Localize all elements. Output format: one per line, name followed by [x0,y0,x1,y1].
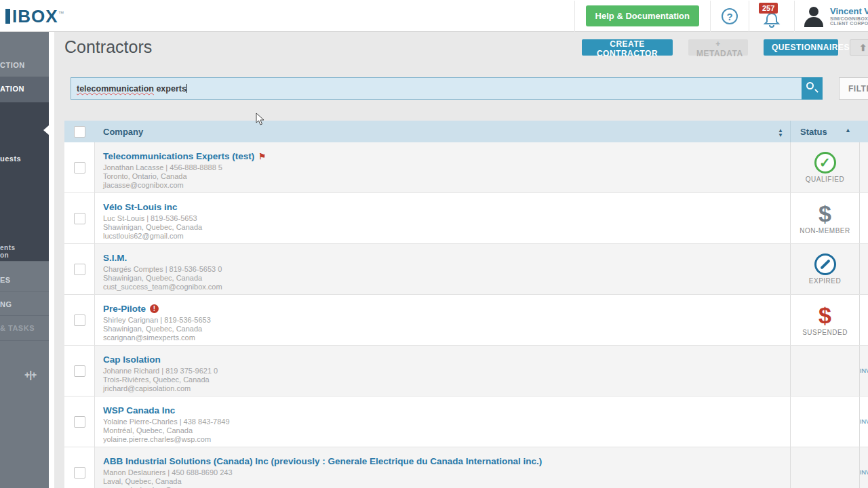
main-content: Contractors CREATE CONTRACTOR + METADATA… [54,32,868,488]
status-cell: $ SUSPENDED [790,295,859,345]
bell-icon [763,12,781,28]
table-header-row: Company ▲▼ Status ▲ [64,121,868,142]
sort-asc-icon: ▲ [845,127,851,134]
create-contractor-button[interactable]: CREATE CONTRACTOR [582,39,673,56]
location-line: Trois-Rivières, Quebec, Canada [95,375,790,384]
header-divider [710,1,711,32]
table-row[interactable]: Vélo St-Louis inc Luc St-Louis | 819-536… [64,193,868,244]
sidebar-item-selection[interactable]: CTION [0,61,49,69]
row-checkbox[interactable] [74,213,85,224]
contact-line: Chargés Comptes | 819-536-5653 0 [95,265,790,274]
select-all-checkbox[interactable] [74,126,85,138]
sidebar-item-requests[interactable]: uests [0,155,49,163]
notifications-button[interactable]: 257 [760,3,783,30]
status-label: SUSPENDED [802,329,848,336]
contact-line: Manon Deslauriers | 450 688-8690 243 [95,468,790,477]
status-column-header[interactable]: Status ▲ [790,121,859,142]
user-org-line2: CLIENT CORPORA [830,21,868,26]
table-row[interactable]: WSP Canada Inc Yolaine Pierre-Charles | … [64,396,868,447]
email-line: scarignan@simexperts.com [95,333,790,342]
status-cell [790,396,859,447]
row-checkbox[interactable] [74,467,85,479]
sidebar-divider [0,261,49,262]
user-name: Vincent Voye [830,6,868,16]
active-item-notch [43,125,49,135]
company-name-link[interactable]: WSP Canada Inc [95,396,790,418]
red-flag-icon: ⚑ [258,152,266,161]
sidebar-divider [0,340,49,341]
company-name-link[interactable]: Vélo St-Louis inc [95,193,790,214]
sidebar-divider [0,291,49,292]
export-button[interactable]: ⬆ [850,39,868,56]
cutoff-cell [859,295,868,345]
status-label: QUALIFIED [806,176,844,183]
cutoff-cell: INV [859,396,868,447]
status-cell [790,447,859,488]
search-text: experts [154,84,186,94]
location-line: Montréal, Quebec, Canada [95,426,790,435]
cutoff-cell [859,142,868,192]
email-line: jlacasse@cognibox.com [95,181,790,190]
email-line: yolaine.pierre.charles@wsp.com [95,435,790,444]
cutoff-cell [859,244,868,294]
sidebar-nav: CTION ATION uests entson ES NG & TASKS +… [0,32,49,488]
sidebar-submenu-panel [0,102,49,261]
location-line: Laval, Quebec, Canada [95,477,790,486]
location-line: Shawinigan, Quebec, Canada [95,274,790,283]
table-row[interactable]: Telecommunications Experts (test)⚑ Jonat… [64,142,868,193]
row-checkbox[interactable] [74,162,85,174]
contact-line: Luc St-Louis | 819-536-5653 [95,214,790,223]
text-caret [186,84,187,93]
user-avatar-icon [803,5,825,27]
company-column-header[interactable]: Company ▲▼ [95,127,790,137]
row-checkbox[interactable] [74,314,85,326]
status-cell: EXPIRED [790,244,859,294]
table-row[interactable]: S.I.M. Chargés Comptes | 819-536-5653 0 … [64,244,868,295]
table-row[interactable]: Pre-Pilote! Shirley Carignan | 819-536-5… [64,295,868,346]
search-button[interactable] [802,77,823,100]
company-name-link[interactable]: Cap Isolation [95,346,790,367]
row-checkbox[interactable] [74,365,85,377]
sidebar-item-qualification-label[interactable]: ATION [0,85,49,93]
row-checkbox[interactable] [74,416,85,428]
help-question-icon[interactable]: ? [722,8,738,24]
sidebar-divider [0,315,49,316]
cutoff-cell: INV [859,346,868,396]
contact-line: Yolaine Pierre-Charles | 438 843-7849 [95,418,790,426]
email-line: jrichard@capisolation.com [95,384,790,393]
search-text-misspelled: telecommunication [77,84,154,94]
header-divider [749,1,749,32]
page-title: Contractors [64,37,152,57]
header-divider [574,1,575,32]
status-cell [790,346,859,396]
company-name-link[interactable]: Telecommunications Experts (test)⚑ [95,142,790,163]
table-row[interactable]: Cap Isolation Johanne Richard | 819 375-… [64,346,868,396]
location-line: Shawinigan, Quebec, Canada [95,223,790,232]
company-name-link[interactable]: Pre-Pilote! [95,295,790,316]
trademark-symbol: ™ [58,10,65,17]
help-documentation-button[interactable]: Help & Documentation [586,5,699,26]
contact-line: Jonathan Lacasse | 456-888-8888 5 [95,163,790,172]
sidebar-item-es[interactable]: ES [0,276,49,284]
filter-button[interactable]: FILTER [839,77,868,100]
company-name-link[interactable]: ABB Industrial Solutions (Canada) Inc (p… [95,447,790,468]
metadata-button[interactable]: + METADATA [688,39,748,56]
sidebar-collapse-icon[interactable]: +|+ [24,369,36,380]
row-checkbox[interactable] [74,264,85,275]
top-bar: IBOX™ Help & Documentation ? 257 Vincent… [0,0,868,32]
suspended-dollar-icon: $ [818,304,831,327]
user-menu[interactable]: Vincent Voye SIM/COGNIBOX ( CLIENT CORPO… [795,5,868,27]
sort-icon[interactable]: ▲▼ [778,128,783,138]
company-name-link[interactable]: S.I.M. [95,244,790,265]
table-row[interactable]: ABB Industrial Solutions (Canada) Inc (p… [64,447,868,488]
email-line: lucstlouis62@gmail.com [95,232,790,241]
questionnaires-button[interactable]: QUESTIONNAIRES [764,39,838,56]
location-line: Toronto, Ontario, Canada [95,172,790,181]
alert-exclamation-icon: ! [150,304,159,313]
sidebar-item-documents[interactable]: entson [0,244,49,259]
email-line: cust_success_team@cognibox.com [95,283,790,291]
sidebar-item-tasks[interactable]: & TASKS [0,324,49,332]
sidebar-item-ng[interactable]: NG [0,300,49,308]
search-input[interactable]: telecommunication experts [71,77,802,100]
non-member-dollar-icon: $ [818,202,831,225]
